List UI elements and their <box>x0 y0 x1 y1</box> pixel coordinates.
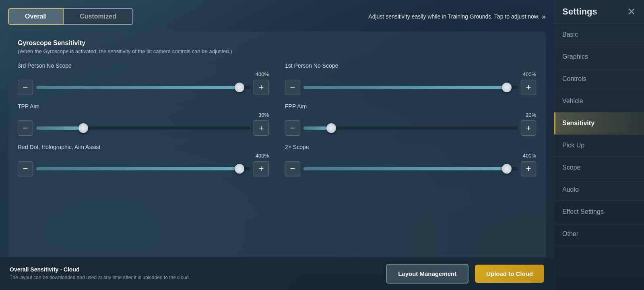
slider-thumb-1[interactable] <box>502 83 512 92</box>
slider-row-5: − + <box>285 161 536 176</box>
hint-text: Adjust sensitivity easily while in Train… <box>368 13 539 20</box>
slider-decrease-btn-5[interactable]: − <box>285 161 300 176</box>
slider-group-4: Red Dot, Holographic, Aim Assist 400% − … <box>18 144 269 176</box>
slider-group-1: 1st Person No Scope 400% − + <box>285 62 536 95</box>
upload-to-cloud-button[interactable]: Upload to Cloud <box>475 265 544 283</box>
slider-increase-btn-5[interactable]: + <box>521 161 536 176</box>
slider-thumb-4[interactable] <box>235 164 244 174</box>
layout-management-button[interactable]: Layout Management <box>386 264 469 284</box>
slider-group-5: 2× Scope 400% − + <box>285 144 536 176</box>
section-desc: (When the Gyroscope is activated, the se… <box>18 48 536 54</box>
slider-fill-0 <box>36 86 239 89</box>
sensitivity-hint[interactable]: Adjust sensitivity easily while in Train… <box>368 12 546 21</box>
slider-group-2: TPP Aim 30% − + <box>18 103 269 136</box>
slider-group-0: 3rd Person No Scope 400% − + <box>18 62 269 95</box>
section-title: Gyroscope Sensitivity <box>18 39 536 47</box>
slider-row-4: − + <box>18 161 269 176</box>
sidebar-item-controls[interactable]: Controls <box>554 68 644 90</box>
sidebar-item-basic[interactable]: Basic <box>554 24 644 46</box>
bottom-actions: Layout Management Upload to Cloud <box>386 264 544 284</box>
slider-row-1: − + <box>285 80 536 95</box>
sliders-grid: 3rd Person No Scope 400% − + 1st Person … <box>18 62 536 176</box>
slider-fill-4 <box>36 167 239 170</box>
close-button[interactable]: ✕ <box>627 6 636 17</box>
sidebar-item-scope[interactable]: Scope <box>554 157 644 179</box>
slider-label-2: TPP Aim <box>18 103 269 110</box>
slider-label-3: FPP Aim <box>285 103 536 110</box>
slider-row-3: − + <box>285 120 536 136</box>
slider-decrease-btn-2[interactable]: − <box>18 120 33 136</box>
cloud-info: Overall Sensitivity - Cloud The layout c… <box>10 266 386 281</box>
slider-value-3: 20% <box>285 112 536 118</box>
slider-value-1: 400% <box>285 71 536 77</box>
cloud-desc: The layout can be downloaded and used at… <box>10 274 211 281</box>
slider-track-3[interactable] <box>303 126 518 130</box>
tabs-row: Overall Customized Adjust sensitivity ea… <box>8 8 546 25</box>
slider-label-4: Red Dot, Holographic, Aim Assist <box>18 144 269 150</box>
tab-customized[interactable]: Customized <box>64 8 133 25</box>
slider-row-2: − + <box>18 120 269 136</box>
slider-track-0[interactable] <box>36 86 250 89</box>
tab-overall[interactable]: Overall <box>8 8 64 25</box>
cloud-title: Overall Sensitivity - Cloud <box>10 266 386 273</box>
slider-group-3: FPP Aim 20% − + <box>285 103 536 136</box>
sidebar: Settings ✕ BasicGraphicsControlsVehicleS… <box>554 0 644 290</box>
slider-fill-2 <box>36 126 83 130</box>
sidebar-item-vehicle[interactable]: Vehicle <box>554 90 644 112</box>
slider-value-4: 400% <box>18 153 269 159</box>
sidebar-item-other[interactable]: Other <box>554 223 644 245</box>
sidebar-item-sensitivity[interactable]: Sensitivity <box>554 112 644 135</box>
sidebar-title: Settings <box>562 6 597 17</box>
slider-thumb-5[interactable] <box>502 164 512 174</box>
slider-increase-btn-1[interactable]: + <box>521 80 536 95</box>
slider-value-5: 400% <box>285 153 536 159</box>
slider-label-0: 3rd Person No Scope <box>18 62 269 69</box>
hint-arrow-icon: » <box>542 12 546 21</box>
slider-increase-btn-2[interactable]: + <box>254 120 269 136</box>
sidebar-item-audio[interactable]: Audio <box>554 179 644 201</box>
main-content: Overall Customized Adjust sensitivity ea… <box>0 0 554 290</box>
slider-track-1[interactable] <box>303 86 518 89</box>
slider-decrease-btn-4[interactable]: − <box>18 161 33 176</box>
slider-fill-1 <box>303 86 507 89</box>
sidebar-item-pickup[interactable]: Pick Up <box>554 135 644 157</box>
slider-decrease-btn-0[interactable]: − <box>18 80 33 95</box>
slider-label-1: 1st Person No Scope <box>285 62 536 69</box>
slider-thumb-3[interactable] <box>326 123 336 133</box>
slider-thumb-2[interactable] <box>78 123 88 133</box>
sidebar-item-effect-settings[interactable]: Effect Settings <box>554 201 644 223</box>
slider-row-0: − + <box>18 80 269 95</box>
slider-track-2[interactable] <box>36 126 250 130</box>
bottom-bar: Overall Sensitivity - Cloud The layout c… <box>0 257 554 290</box>
slider-fill-5 <box>303 167 507 170</box>
slider-decrease-btn-1[interactable]: − <box>285 80 300 95</box>
sidebar-header: Settings ✕ <box>554 0 644 24</box>
slider-value-0: 400% <box>18 71 269 77</box>
slider-value-2: 30% <box>18 112 269 118</box>
slider-track-4[interactable] <box>36 167 250 170</box>
sidebar-item-graphics[interactable]: Graphics <box>554 46 644 68</box>
slider-increase-btn-0[interactable]: + <box>254 80 269 95</box>
sidebar-nav: BasicGraphicsControlsVehicleSensitivityP… <box>554 24 644 290</box>
settings-panel: Gyroscope Sensitivity (When the Gyroscop… <box>8 31 546 273</box>
slider-decrease-btn-3[interactable]: − <box>285 120 300 136</box>
slider-label-5: 2× Scope <box>285 144 536 150</box>
slider-thumb-0[interactable] <box>235 83 244 92</box>
slider-track-5[interactable] <box>303 167 518 170</box>
slider-increase-btn-3[interactable]: + <box>521 120 536 136</box>
slider-increase-btn-4[interactable]: + <box>254 161 269 176</box>
